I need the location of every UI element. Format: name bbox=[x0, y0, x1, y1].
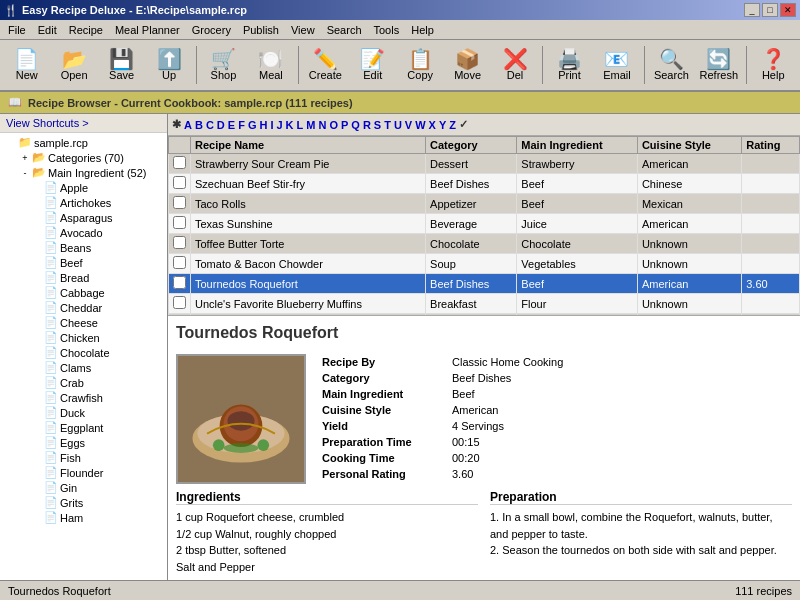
menu-item-meal-planner[interactable]: Meal Planner bbox=[109, 22, 186, 38]
col-header-0[interactable] bbox=[169, 137, 191, 154]
meal-button[interactable]: 🍽️Meal bbox=[248, 42, 293, 88]
alpha-O[interactable]: O bbox=[329, 119, 338, 131]
tree-item-cheddar[interactable]: 📄Cheddar bbox=[2, 300, 165, 315]
table-row[interactable]: Toffee Butter TorteChocolateChocolateUnk… bbox=[169, 234, 800, 254]
tree-item-crab[interactable]: 📄Crab bbox=[2, 375, 165, 390]
tree-item-chocolate[interactable]: 📄Chocolate bbox=[2, 345, 165, 360]
col-header-2[interactable]: Category bbox=[426, 137, 517, 154]
menu-item-recipe[interactable]: Recipe bbox=[63, 22, 109, 38]
alpha-T[interactable]: T bbox=[384, 119, 391, 131]
row-checkbox[interactable] bbox=[173, 156, 186, 169]
tree-item-eggs[interactable]: 📄Eggs bbox=[2, 435, 165, 450]
alpha-J[interactable]: J bbox=[276, 119, 282, 131]
open-button[interactable]: 📂Open bbox=[51, 42, 96, 88]
alpha-F[interactable]: F bbox=[238, 119, 245, 131]
row-checkbox[interactable] bbox=[173, 296, 186, 309]
alpha-H[interactable]: H bbox=[259, 119, 267, 131]
tree-item-duck[interactable]: 📄Duck bbox=[2, 405, 165, 420]
tree-item-artichokes[interactable]: 📄Artichokes bbox=[2, 195, 165, 210]
alpha-A[interactable]: A bbox=[184, 119, 192, 131]
table-row[interactable]: Taco RollsAppetizerBeefMexican bbox=[169, 194, 800, 214]
alpha-K[interactable]: K bbox=[286, 119, 294, 131]
menu-item-view[interactable]: View bbox=[285, 22, 321, 38]
alpha-G[interactable]: G bbox=[248, 119, 257, 131]
email-button[interactable]: 📧Email bbox=[594, 42, 639, 88]
help-button[interactable]: ❓Help bbox=[750, 42, 795, 88]
shop-button[interactable]: 🛒Shop bbox=[201, 42, 246, 88]
tree-item-main-ingredient-(52)[interactable]: -📂Main Ingredient (52) bbox=[2, 165, 165, 180]
alpha-U[interactable]: U bbox=[394, 119, 402, 131]
table-row[interactable]: Uncle's Favorite Blueberry MuffinsBreakf… bbox=[169, 294, 800, 314]
alpha-R[interactable]: R bbox=[363, 119, 371, 131]
col-header-1[interactable]: Recipe Name bbox=[191, 137, 426, 154]
tree-item-asparagus[interactable]: 📄Asparagus bbox=[2, 210, 165, 225]
menu-item-edit[interactable]: Edit bbox=[32, 22, 63, 38]
alpha-X[interactable]: X bbox=[429, 119, 436, 131]
tree-expander[interactable]: + bbox=[18, 153, 32, 163]
table-row[interactable]: Strawberry Sour Cream PieDessertStrawber… bbox=[169, 154, 800, 174]
row-checkbox[interactable] bbox=[173, 176, 186, 189]
table-row[interactable]: Tournedos RoquefortBeef DishesBeefAmeric… bbox=[169, 274, 800, 294]
alpha-W[interactable]: W bbox=[415, 119, 425, 131]
menu-item-help[interactable]: Help bbox=[405, 22, 440, 38]
row-checkbox[interactable] bbox=[173, 256, 186, 269]
up-button[interactable]: ⬆️Up bbox=[146, 42, 191, 88]
tree-item-beef[interactable]: 📄Beef bbox=[2, 255, 165, 270]
row-checkbox[interactable] bbox=[173, 276, 186, 289]
tree-item-eggplant[interactable]: 📄Eggplant bbox=[2, 420, 165, 435]
tree-item-categories-(70)[interactable]: +📂Categories (70) bbox=[2, 150, 165, 165]
tree-item-flounder[interactable]: 📄Flounder bbox=[2, 465, 165, 480]
col-header-4[interactable]: Cuisine Style bbox=[637, 137, 741, 154]
alpha-Y[interactable]: Y bbox=[439, 119, 446, 131]
view-shortcuts-link[interactable]: View Shortcuts > bbox=[0, 114, 167, 133]
close-button[interactable]: ✕ bbox=[780, 3, 796, 17]
tree-expander[interactable]: - bbox=[18, 168, 32, 178]
row-checkbox[interactable] bbox=[173, 236, 186, 249]
minimize-button[interactable]: _ bbox=[744, 3, 760, 17]
alpha-V[interactable]: V bbox=[405, 119, 412, 131]
tree-item-apple[interactable]: 📄Apple bbox=[2, 180, 165, 195]
alpha-D[interactable]: D bbox=[217, 119, 225, 131]
tree-item-fish[interactable]: 📄Fish bbox=[2, 450, 165, 465]
alpha-M[interactable]: M bbox=[306, 119, 315, 131]
menu-item-publish[interactable]: Publish bbox=[237, 22, 285, 38]
tree-item-chicken[interactable]: 📄Chicken bbox=[2, 330, 165, 345]
search-button[interactable]: 🔍Search bbox=[649, 42, 694, 88]
alpha-I[interactable]: I bbox=[270, 119, 273, 131]
table-row[interactable]: Tomato & Bacon ChowderSoupVegetablesUnkn… bbox=[169, 254, 800, 274]
create-button[interactable]: ✏️Create bbox=[303, 42, 348, 88]
tree-item-sample.rcp[interactable]: 📁sample.rcp bbox=[2, 135, 165, 150]
menu-item-search[interactable]: Search bbox=[321, 22, 368, 38]
alpha-C[interactable]: C bbox=[206, 119, 214, 131]
print-button[interactable]: 🖨️Print bbox=[547, 42, 592, 88]
tree-item-cheese[interactable]: 📄Cheese bbox=[2, 315, 165, 330]
tree-item-ham[interactable]: 📄Ham bbox=[2, 510, 165, 525]
row-checkbox[interactable] bbox=[173, 196, 186, 209]
menu-item-tools[interactable]: Tools bbox=[368, 22, 406, 38]
col-header-3[interactable]: Main Ingredient bbox=[517, 137, 638, 154]
maximize-button[interactable]: □ bbox=[762, 3, 778, 17]
alpha-Z[interactable]: Z bbox=[449, 119, 456, 131]
save-button[interactable]: 💾Save bbox=[99, 42, 144, 88]
refresh-button[interactable]: 🔄Refresh bbox=[696, 42, 741, 88]
alpha-L[interactable]: L bbox=[297, 119, 304, 131]
tree-item-avocado[interactable]: 📄Avocado bbox=[2, 225, 165, 240]
tree-item-crawfish[interactable]: 📄Crawfish bbox=[2, 390, 165, 405]
alpha-✓[interactable]: ✓ bbox=[459, 118, 468, 131]
tree-item-bread[interactable]: 📄Bread bbox=[2, 270, 165, 285]
copy-button[interactable]: 📋Copy bbox=[397, 42, 442, 88]
alpha-E[interactable]: E bbox=[228, 119, 235, 131]
menu-item-grocery[interactable]: Grocery bbox=[186, 22, 237, 38]
edit-button[interactable]: 📝Edit bbox=[350, 42, 395, 88]
menu-item-file[interactable]: File bbox=[2, 22, 32, 38]
move-button[interactable]: 📦Move bbox=[445, 42, 490, 88]
alpha-✱[interactable]: ✱ bbox=[172, 118, 181, 131]
tree-item-cabbage[interactable]: 📄Cabbage bbox=[2, 285, 165, 300]
alpha-B[interactable]: B bbox=[195, 119, 203, 131]
table-row[interactable]: Szechuan Beef Stir-fryBeef DishesBeefChi… bbox=[169, 174, 800, 194]
tree-item-gin[interactable]: 📄Gin bbox=[2, 480, 165, 495]
row-checkbox[interactable] bbox=[173, 216, 186, 229]
alpha-N[interactable]: N bbox=[318, 119, 326, 131]
new-button[interactable]: 📄New bbox=[4, 42, 49, 88]
alpha-S[interactable]: S bbox=[374, 119, 381, 131]
